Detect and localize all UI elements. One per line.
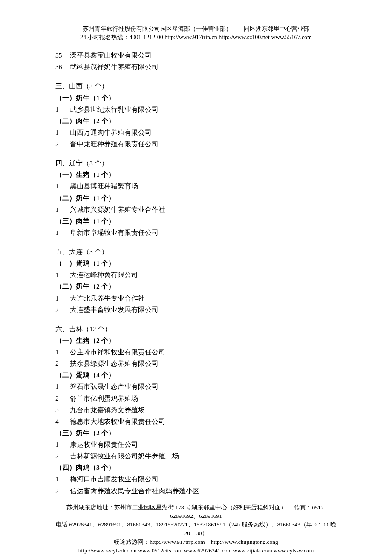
item-number: 4 [55,416,70,427]
list-item: 35滦平县鑫宝山牧业有限公司 [55,49,337,61]
list-item: 1康达牧业有限责任公司 [55,439,337,450]
item-number: 3 [55,404,70,416]
item-name: 扶余县绿源生态养殖有限公司 [70,358,337,369]
item-name: 磐石市弘晟生态产业有限公司 [70,381,337,392]
item-name: 大连北乐养牛专业合作社 [70,292,337,304]
list-item: 1磐石市弘晟生态产业有限公司 [55,381,337,392]
list-item: 4德惠市大地农牧业有限责任公司 [55,416,337,427]
item-number: 2 [55,485,70,497]
subsection-title: （二）蛋鸡（4 个） [55,369,337,381]
list-item: 1阜新市阜瑶牧业有限责任公司 [55,227,337,238]
page-header: 苏州青年旅行社股份有限公司园区星海部（十佳营业部） 园区湖东邻里中心营业部 24… [55,25,337,41]
item-number: 2 [55,393,70,404]
item-name: 阜新市阜瑶牧业有限责任公司 [70,227,337,238]
header-divider [55,43,337,43]
item-number: 1 [55,127,70,138]
subsection-title: （三）肉羊（1 个） [55,215,337,227]
list-item: 3九台市龙嘉镇秀文养殖场 [55,404,337,416]
section-title: 四、辽宁（3 个） [55,157,337,169]
item-number: 36 [55,61,70,72]
item-name: 兴城市兴源奶牛养殖专业合作社 [70,204,337,215]
item-number: 2 [55,450,70,462]
item-number: 2 [55,358,70,369]
subsection-title: （二）奶牛（2 个） [55,280,337,292]
list-item: 1梅河口市吉顺发牧业有限公司 [55,473,337,485]
list-item: 1公主岭市祥和牧业有限责任公司 [55,346,337,358]
subsection-title: （二）奶牛（1 个） [55,192,337,204]
list-item: 1山西万通肉牛养殖有限公司 [55,127,337,138]
item-number: 1 [55,439,70,450]
item-number: 2 [55,304,70,315]
item-number: 1 [55,346,70,358]
item-name: 武邑县茂祥奶牛养殖有限公司 [70,61,337,72]
list-item: 2信达畜禽养殖农民专业合作社肉鸡养殖小区 [55,485,337,497]
footer-line-4: http://www.szcytsxh.com www.0512cits.com… [55,546,337,555]
item-name: 德惠市大地农牧业有限责任公司 [70,416,337,427]
subsection-title: （一）奶牛（1 个） [55,92,337,104]
item-number: 1 [55,104,70,115]
subsection-title: （三）奶牛（2 个） [55,427,337,439]
item-number: 1 [55,227,70,238]
list-item: 36武邑县茂祥奶牛养殖有限公司 [55,61,337,72]
list-item: 1黑山县博旺种猪繁育场 [55,180,337,192]
header-line-2: 24 小时报名热线：4001-1212-00 http://www.917tri… [55,33,337,42]
list-item: 2晋中龙旺种养殖有限责任公司 [55,138,337,150]
list-item: 1大连北乐养牛专业合作社 [55,292,337,304]
item-name: 大连运峰种禽有限公司 [70,269,337,280]
item-number: 35 [55,49,70,61]
item-number: 1 [55,292,70,304]
item-name: 吉林新源牧业有限公司奶牛养殖二场 [70,450,337,462]
item-name: 黑山县博旺种猪繁育场 [70,180,337,192]
item-number: 1 [55,204,70,215]
item-name: 武乡县世纪太行乳业有限公司 [70,104,337,115]
section-title: 三、山西（3 个） [55,80,337,92]
item-name: 山西万通肉牛养殖有限公司 [70,127,337,138]
header-line-1: 苏州青年旅行社股份有限公司园区星海部（十佳营业部） 园区湖东邻里中心营业部 [55,25,337,33]
item-number: 1 [55,473,70,485]
item-name: 滦平县鑫宝山牧业有限公司 [70,49,337,61]
item-name: 大连盛丰畜牧业发展有限公司 [70,304,337,315]
list-item: 1武乡县世纪太行乳业有限公司 [55,104,337,115]
item-name: 九台市龙嘉镇秀文养殖场 [70,404,337,416]
item-name: 康达牧业有限责任公司 [70,439,337,450]
section-title: 五、大连（3 个） [55,246,337,257]
item-name: 公主岭市祥和牧业有限责任公司 [70,346,337,358]
item-name: 晋中龙旺种养殖有限责任公司 [70,138,337,150]
item-number: 2 [55,138,70,150]
document-page: 苏州青年旅行社股份有限公司园区星海部（十佳营业部） 园区湖东邻里中心营业部 24… [0,0,392,555]
item-name: 信达畜禽养殖农民专业合作社肉鸡养殖小区 [70,485,337,497]
footer-line-2: 电话 62926341、62891691、81660343、1891552077… [55,520,337,538]
content-body: 35滦平县鑫宝山牧业有限公司36武邑县茂祥奶牛养殖有限公司 三、山西（3 个）（… [55,49,337,497]
section-title: 六、吉林（12 个） [55,323,337,335]
subsection-title: （四）肉鸡（3 个） [55,462,337,473]
item-name: 舒兰市亿利蛋鸡养殖场 [70,393,337,404]
item-number: 1 [55,381,70,392]
subsection-title: （一）生猪（2 个） [55,335,337,346]
footer-line-1: 苏州湖东店地址：苏州市工业园区星湖街 178 号湖东邻里中心（好利来蛋糕斜对面）… [55,503,337,521]
footer-line-3: 畅途旅游网：http://www.917trip.com http://www.… [55,538,337,546]
item-number: 1 [55,180,70,192]
list-item: 1大连运峰种禽有限公司 [55,269,337,280]
list-item: 2扶余县绿源生态养殖有限公司 [55,358,337,369]
list-item: 2大连盛丰畜牧业发展有限公司 [55,304,337,315]
item-name: 梅河口市吉顺发牧业有限公司 [70,473,337,485]
list-item: 2舒兰市亿利蛋鸡养殖场 [55,393,337,404]
list-item: 1兴城市兴源奶牛养殖专业合作社 [55,204,337,215]
item-number: 1 [55,269,70,280]
subsection-title: （一）生猪（1 个） [55,169,337,180]
list-item: 2吉林新源牧业有限公司奶牛养殖二场 [55,450,337,462]
page-footer: 苏州湖东店地址：苏州市工业园区星湖街 178 号湖东邻里中心（好利来蛋糕斜对面）… [55,503,337,555]
subsection-title: （二）肉牛（2 个） [55,115,337,127]
subsection-title: （一）蛋鸡（1 个） [55,257,337,269]
